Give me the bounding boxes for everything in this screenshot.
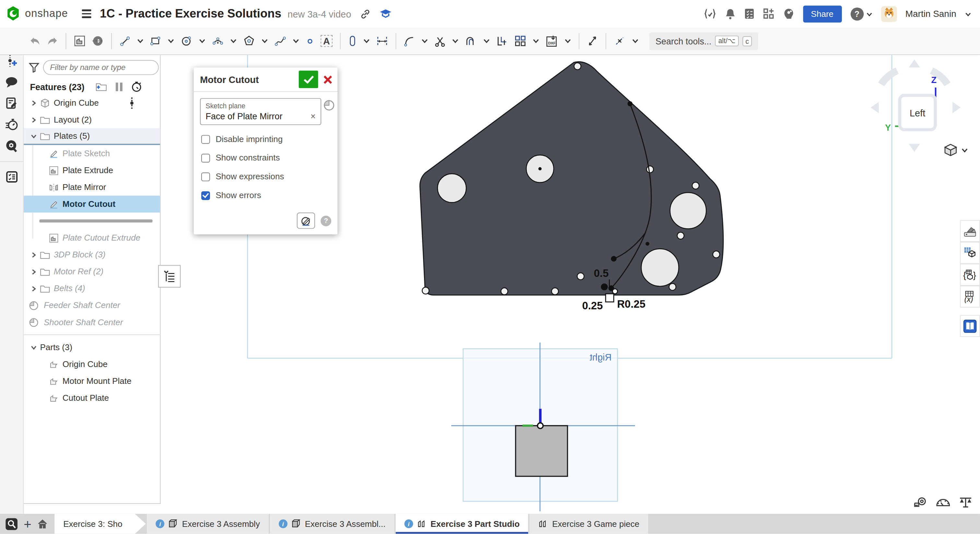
dimension-0_5[interactable]: 0.5 bbox=[594, 267, 609, 279]
follow-checklist-icon[interactable] bbox=[5, 171, 18, 183]
dialog-checkbox-2[interactable]: Show expressions bbox=[201, 172, 330, 181]
line-tool[interactable] bbox=[117, 33, 132, 48]
use-project-tool[interactable] bbox=[495, 33, 510, 49]
slot-tool[interactable] bbox=[346, 33, 359, 49]
tab-exercise-3-assembly-2[interactable]: i Exercise 3 Assembl... bbox=[270, 514, 394, 534]
view-options-menu[interactable] bbox=[944, 143, 968, 156]
chevron-right-icon[interactable] bbox=[29, 285, 39, 292]
app-store-icon[interactable] bbox=[763, 8, 774, 19]
add-folder-icon[interactable] bbox=[95, 82, 107, 91]
feature-filter-input[interactable] bbox=[43, 60, 159, 75]
sketch-origin-point[interactable] bbox=[538, 423, 543, 428]
help-menu[interactable]: ? bbox=[850, 7, 872, 20]
pattern-tool[interactable] bbox=[512, 33, 528, 49]
tab-exercise-3-shooter[interactable]: Exercise 3: Sho bbox=[54, 514, 146, 534]
arc-tool-caret-icon[interactable] bbox=[228, 36, 239, 46]
dialog-checkbox-3[interactable]: Show errors bbox=[201, 191, 330, 200]
notifications-bell-icon[interactable] bbox=[725, 8, 735, 19]
origin-cube-section[interactable] bbox=[516, 426, 568, 476]
feature-item-3dp-block[interactable]: 3DP Block (3) bbox=[24, 246, 160, 263]
rollback-bar[interactable] bbox=[39, 220, 153, 223]
part-item-cutout-plate[interactable]: Cutout Plate bbox=[24, 389, 160, 406]
point-tool[interactable] bbox=[304, 35, 317, 47]
suspend-rebuild-icon[interactable] bbox=[116, 82, 123, 91]
dialog-checkbox-0[interactable]: Disable imprinting bbox=[201, 134, 330, 143]
feature-item-plate-mirror[interactable]: Plate Mirror bbox=[24, 179, 160, 196]
rectangle-tool-caret-icon[interactable] bbox=[165, 36, 177, 46]
tab-exercise-3-game-piece[interactable]: Exercise 3 Game piece bbox=[530, 514, 648, 534]
onshape-logo[interactable]: onshape bbox=[0, 5, 68, 22]
filter-funnel-icon[interactable] bbox=[29, 62, 40, 73]
home-icon[interactable] bbox=[37, 518, 48, 529]
workspace-name[interactable]: new 3a-4 video bbox=[288, 8, 351, 19]
main-menu-icon[interactable] bbox=[82, 10, 91, 18]
chevron-right-icon[interactable] bbox=[29, 252, 39, 258]
polygon-tool-caret-icon[interactable] bbox=[259, 36, 270, 46]
comments-icon[interactable] bbox=[5, 76, 18, 88]
tasks-checklist-icon[interactable] bbox=[744, 8, 754, 19]
bom-table-button[interactable] bbox=[960, 242, 980, 264]
chevron-right-icon[interactable] bbox=[29, 117, 39, 123]
ai-advisor-icon[interactable] bbox=[783, 8, 794, 19]
mate-connector-toggle-icon[interactable] bbox=[323, 100, 335, 112]
offset-tool[interactable] bbox=[463, 33, 479, 48]
rollback-insertion-handle[interactable] bbox=[130, 97, 134, 110]
slot-tool-caret-icon[interactable] bbox=[361, 36, 372, 46]
dimension-tool[interactable] bbox=[374, 33, 390, 48]
rectangle-tool[interactable] bbox=[148, 33, 163, 48]
sketch-display-options-button[interactable] bbox=[297, 212, 315, 229]
user-name[interactable]: Martin Sanin bbox=[905, 9, 956, 19]
regeneration-time-icon[interactable] bbox=[131, 81, 142, 92]
checkbox-icon[interactable] bbox=[201, 191, 210, 200]
tab-exercise-3-assembly[interactable]: i Exercise 3 Assembly bbox=[147, 514, 269, 534]
parts-header-row[interactable]: Parts (3) bbox=[24, 339, 160, 355]
fillet-tool[interactable] bbox=[402, 33, 417, 48]
info-icon[interactable]: i bbox=[156, 520, 165, 528]
feature-item-plates[interactable]: Plates (5) bbox=[24, 128, 160, 145]
checkbox-icon[interactable] bbox=[201, 153, 210, 162]
spline-tool[interactable] bbox=[273, 33, 288, 48]
polygon-tool[interactable] bbox=[241, 33, 257, 49]
feature-item-layout[interactable]: Layout (2) bbox=[24, 111, 160, 128]
info-icon[interactable]: i bbox=[278, 520, 287, 528]
appearance-panel-button[interactable] bbox=[960, 220, 980, 242]
feature-item-motor-ref[interactable]: Motor Ref (2) bbox=[24, 263, 160, 280]
construction-tool-caret-icon[interactable] bbox=[630, 36, 641, 46]
sketch-plane-field[interactable]: Sketch plane Face of Plate Mirror × bbox=[200, 98, 321, 125]
dimension-R0_25[interactable]: R0.25 bbox=[617, 298, 645, 310]
search-tools[interactable]: Search tools... alt/⌥c bbox=[649, 32, 758, 49]
tape-measure-icon[interactable] bbox=[914, 497, 928, 508]
measure-tool[interactable] bbox=[585, 33, 600, 49]
feature-item-belts[interactable]: Belts (4) bbox=[24, 280, 160, 297]
view-cube-face-left[interactable]: Left bbox=[898, 94, 937, 131]
chevron-right-icon[interactable] bbox=[29, 268, 39, 275]
dialog-confirm-button[interactable] bbox=[299, 71, 318, 88]
chevron-right-icon[interactable] bbox=[29, 100, 39, 106]
protractor-icon[interactable] bbox=[935, 497, 950, 508]
dialog-header[interactable]: Motor Cutout bbox=[194, 67, 337, 92]
chevron-down-icon[interactable] bbox=[29, 344, 39, 350]
document-title[interactable]: 1C - Practice Exercise Solutions bbox=[100, 7, 282, 21]
dxf-import-tool-caret-icon[interactable] bbox=[562, 36, 573, 46]
checkbox-icon[interactable] bbox=[201, 135, 210, 143]
offset-tool-caret-icon[interactable] bbox=[481, 36, 492, 46]
feature-item-feeder-shaft-center[interactable]: Feeder Shaft Center bbox=[24, 297, 160, 314]
feature-item-plate-extrude[interactable]: Plate Extrude bbox=[24, 162, 160, 179]
variables-table-button[interactable]: (x) bbox=[960, 285, 980, 308]
fillet-tool-caret-icon[interactable] bbox=[419, 36, 430, 46]
arc-tool[interactable] bbox=[210, 33, 226, 49]
info-icon[interactable]: i bbox=[404, 520, 413, 528]
feature-item-motor-cutout[interactable]: Motor Cutout bbox=[24, 196, 160, 212]
create-version-icon[interactable] bbox=[6, 54, 17, 67]
configurations-button[interactable]: {} bbox=[960, 264, 980, 285]
line-tool-caret-icon[interactable] bbox=[135, 36, 146, 46]
notes-icon[interactable] bbox=[5, 97, 18, 110]
performance-timer-icon[interactable] bbox=[5, 118, 18, 131]
user-avatar[interactable] bbox=[881, 6, 897, 21]
feature-item-shooter-shaft-center[interactable]: Shooter Shaft Center bbox=[24, 314, 160, 331]
feature-item-origin-cube[interactable]: Origin Cube bbox=[24, 94, 160, 111]
search-in-document-icon[interactable] bbox=[5, 139, 18, 152]
dxf-import-tool[interactable]: DXF bbox=[544, 33, 560, 49]
revolve-tool[interactable] bbox=[90, 33, 106, 49]
chevron-down-icon[interactable] bbox=[29, 133, 39, 139]
